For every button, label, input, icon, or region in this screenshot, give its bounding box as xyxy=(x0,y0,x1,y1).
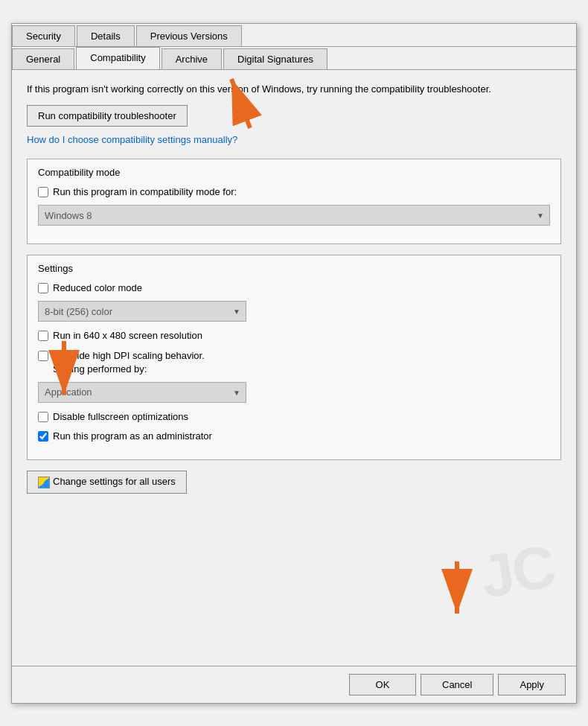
change-settings-wrap: Change settings for all users xyxy=(27,471,561,501)
compat-mode-dropdown-wrap: Windows 8 Windows 7 Windows Vista (SP2) … xyxy=(38,205,550,226)
resolution-label[interactable]: Run in 640 x 480 screen resolution xyxy=(53,329,202,343)
fullscreen-checkbox-row: Disable fullscreen optimizations xyxy=(38,410,550,424)
ok-button[interactable]: OK xyxy=(349,674,416,695)
compatibility-mode-label: Compatibility mode xyxy=(38,167,550,178)
tab-security[interactable]: Security xyxy=(12,25,75,46)
tab-details[interactable]: Details xyxy=(77,25,135,46)
dpi-dropdown-wrap: Application System System (Enhanced) ▼ xyxy=(38,382,246,403)
tab-archive[interactable]: Archive xyxy=(162,48,222,69)
compat-mode-dropdown[interactable]: Windows 8 Windows 7 Windows Vista (SP2) … xyxy=(38,205,550,226)
reduced-color-checkbox-row: Reduced color mode xyxy=(38,281,550,295)
dpi-label[interactable]: Override high DPI scaling behavior.Scali… xyxy=(53,349,205,376)
tab-general[interactable]: General xyxy=(12,48,74,69)
compat-mode-checkbox[interactable] xyxy=(38,187,48,197)
dpi-checkbox[interactable] xyxy=(38,351,48,361)
tab-previous-versions[interactable]: Previous Versions xyxy=(136,25,242,46)
admin-checkbox-row: Run this program as an administrator xyxy=(38,430,550,443)
tab-content: JC If this program isn't working correct… xyxy=(12,70,576,666)
fullscreen-checkbox[interactable] xyxy=(38,412,48,422)
cancel-button[interactable]: Cancel xyxy=(421,674,493,695)
compat-mode-checkbox-label[interactable]: Run this program in compatibility mode f… xyxy=(53,185,237,199)
run-troubleshooter-button[interactable]: Run compatibility troubleshooter xyxy=(27,105,188,127)
compat-mode-checkbox-row: Run this program in compatibility mode f… xyxy=(38,185,550,199)
watermark: JC xyxy=(475,532,559,612)
intro-text: If this program isn't working correctly … xyxy=(27,82,561,97)
dpi-checkbox-row: Override high DPI scaling behavior.Scali… xyxy=(38,349,550,376)
tab-bar-top: Security Details Previous Versions xyxy=(12,24,576,47)
dialog-window: Security Details Previous Versions Gener… xyxy=(11,23,577,704)
admin-label[interactable]: Run this program as an administrator xyxy=(53,430,212,443)
reduced-color-checkbox[interactable] xyxy=(38,283,48,293)
dpi-dropdown[interactable]: Application System System (Enhanced) xyxy=(38,382,246,403)
tab-bar-bottom: General Compatibility Archive Digital Si… xyxy=(12,47,576,70)
compatibility-mode-group: Compatibility mode Run this program in c… xyxy=(27,159,561,244)
shield-icon xyxy=(38,477,50,488)
change-settings-button[interactable]: Change settings for all users xyxy=(27,471,187,494)
tab-digital-signatures[interactable]: Digital Signatures xyxy=(223,48,327,69)
help-link[interactable]: How do I choose compatibility settings m… xyxy=(27,134,561,145)
admin-checkbox[interactable] xyxy=(38,431,48,442)
color-dropdown-wrap: 8-bit (256) color 16-bit color ▼ xyxy=(38,301,246,322)
settings-group: Settings Reduced color mode 8-bit (256) … xyxy=(27,255,561,460)
reduced-color-label[interactable]: Reduced color mode xyxy=(53,281,142,295)
settings-label: Settings xyxy=(38,263,550,274)
bottom-bar: OK Cancel Apply xyxy=(12,666,576,703)
color-dropdown[interactable]: 8-bit (256) color 16-bit color xyxy=(38,301,246,322)
fullscreen-label[interactable]: Disable fullscreen optimizations xyxy=(53,410,188,424)
apply-button[interactable]: Apply xyxy=(498,674,566,695)
tab-compatibility[interactable]: Compatibility xyxy=(76,47,159,69)
resolution-checkbox-row: Run in 640 x 480 screen resolution xyxy=(38,329,550,343)
resolution-checkbox[interactable] xyxy=(38,331,48,341)
